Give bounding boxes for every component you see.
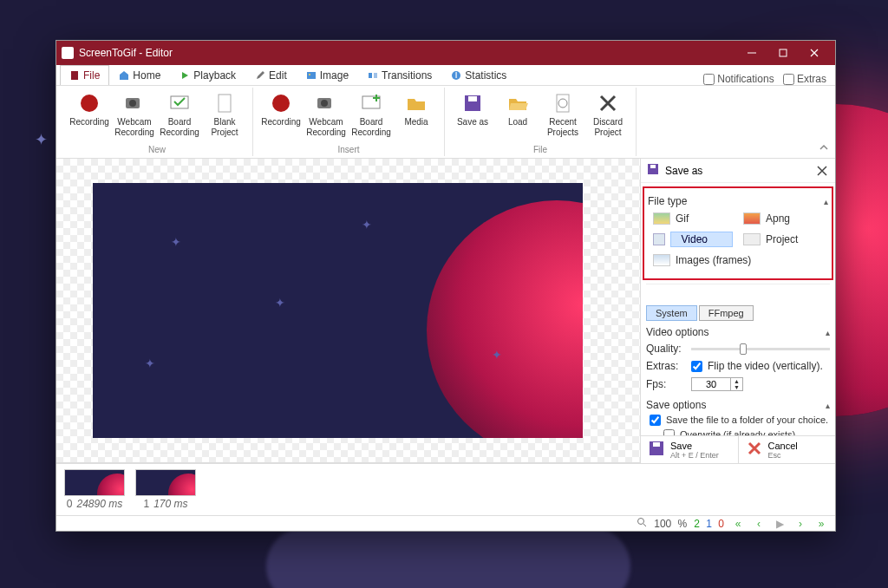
chevron-up-icon[interactable]: ▴ <box>824 197 828 206</box>
insert-media-button[interactable]: Media <box>394 88 439 140</box>
new-board-button[interactable]: Board Recording <box>157 88 202 140</box>
pencil-icon <box>255 70 265 81</box>
save-as-button[interactable]: Save as <box>450 88 495 140</box>
tab-image[interactable]: Image <box>297 65 358 85</box>
group-insert-label: Insert <box>337 145 359 156</box>
svg-rect-2 <box>307 72 316 79</box>
save-folder-label[interactable]: Save the file to a folder of your choice… <box>666 415 828 425</box>
images-thumb-icon <box>653 254 670 266</box>
file-icon <box>69 70 80 81</box>
extras-label: Extras: <box>646 360 686 372</box>
home-icon <box>119 70 129 81</box>
minimize-button[interactable] <box>736 41 767 65</box>
tab-playback[interactable]: Playback <box>170 65 245 85</box>
new-recording-button[interactable]: Recording <box>67 88 112 140</box>
flip-checkbox[interactable] <box>691 361 702 372</box>
record-icon <box>269 91 293 115</box>
notifications-toggle[interactable]: Notifications <box>703 73 774 85</box>
transitions-icon <box>368 70 378 81</box>
new-webcam-button[interactable]: Webcam Recording <box>112 88 157 140</box>
fps-up[interactable]: ▲ <box>731 378 742 384</box>
quality-slider[interactable] <box>691 348 830 350</box>
group-new-label: New <box>148 145 166 156</box>
svg-rect-1 <box>71 71 78 80</box>
blank-icon <box>212 91 237 115</box>
file-type-gif[interactable]: Gif <box>648 209 738 228</box>
frame-thumb[interactable]: 0 24890 ms <box>62 469 127 510</box>
fps-down[interactable]: ▼ <box>731 384 742 390</box>
close-button[interactable] <box>799 41 830 65</box>
frame-thumbnails: 0 24890 ms 1 170 ms <box>56 463 835 515</box>
insert-webcam-button[interactable]: Webcam Recording <box>304 88 349 140</box>
maximize-button[interactable] <box>767 41 799 65</box>
folder-icon <box>404 91 428 115</box>
project-thumb-icon <box>743 233 761 245</box>
file-type-label: File type <box>648 195 687 207</box>
insert-recording-button[interactable]: Recording <box>258 88 304 140</box>
ribbon-tabs: File Home Playback Edit Image Transition… <box>56 65 835 86</box>
ribbon-body: Recording Webcam Recording Board Recordi… <box>56 86 835 159</box>
chevron-up-icon[interactable]: ▴ <box>826 328 830 337</box>
fps-input[interactable] <box>692 378 730 390</box>
discard-project-button[interactable]: Discard Project <box>585 88 630 140</box>
frame-counts: 2 1 0 <box>694 518 724 530</box>
file-type-video[interactable]: Video <box>648 228 738 251</box>
panel-cancel-button[interactable]: CancelEsc <box>739 436 836 463</box>
record-icon <box>77 91 101 115</box>
load-button[interactable]: Load <box>495 88 540 140</box>
file-type-images[interactable]: Images (frames) <box>648 251 828 270</box>
cancel-icon <box>746 440 763 460</box>
panel-title: Save as <box>665 165 702 177</box>
nav-prev-button[interactable]: ‹ <box>752 518 766 530</box>
tab-file[interactable]: File <box>60 65 109 85</box>
tab-transitions[interactable]: Transitions <box>358 65 441 85</box>
play-icon <box>180 70 190 81</box>
recent-icon <box>551 91 575 115</box>
svg-point-10 <box>129 100 136 107</box>
tab-edit[interactable]: Edit <box>245 65 297 85</box>
nav-last-button[interactable]: » <box>814 518 828 530</box>
frame-thumb[interactable]: 1 170 ms <box>133 469 199 510</box>
svg-point-8 <box>81 95 98 112</box>
canvas-preview: ✦ ✦ ✦ ✦ ✦ <box>93 183 583 438</box>
save-folder-checkbox[interactable] <box>650 415 661 426</box>
save-as-panel: Save as File type▴ Gif Apng Video Projec… <box>640 159 835 463</box>
chevron-up-icon[interactable]: ▴ <box>826 401 830 410</box>
svg-rect-22 <box>650 165 656 168</box>
extras-toggle[interactable]: Extras <box>783 73 826 85</box>
recent-projects-button[interactable]: Recent Projects <box>540 88 585 140</box>
encoder-tab-ffmpeg[interactable]: FFmpeg <box>699 305 754 321</box>
svg-rect-4 <box>369 73 372 78</box>
group-file-label: File <box>533 145 547 156</box>
tab-home[interactable]: Home <box>109 65 170 85</box>
flip-label[interactable]: Flip the video (vertically). <box>708 360 823 372</box>
svg-rect-24 <box>653 442 660 447</box>
gif-thumb-icon <box>653 212 670 225</box>
panel-close-button[interactable] <box>814 163 830 179</box>
nav-play-button[interactable]: ▶ <box>773 518 787 530</box>
insert-board-button[interactable]: Board Recording <box>349 88 394 140</box>
save-icon <box>646 162 660 179</box>
overwrite-checkbox[interactable] <box>663 429 675 435</box>
svg-text:i: i <box>455 70 458 81</box>
fps-stepper[interactable]: ▲▼ <box>691 377 743 391</box>
nav-next-button[interactable]: › <box>793 518 807 530</box>
save-icon <box>648 440 665 460</box>
board-icon <box>359 91 383 115</box>
panel-save-button[interactable]: SaveAlt + E / Enter <box>641 436 739 463</box>
file-type-apng[interactable]: Apng <box>738 209 828 228</box>
tab-statistics[interactable]: iStatistics <box>441 65 516 85</box>
save-icon <box>460 91 485 115</box>
fps-label: Fps: <box>646 378 686 390</box>
file-type-project[interactable]: Project <box>738 228 828 251</box>
overwrite-label[interactable]: Overwrite (if already exists). <box>680 429 798 435</box>
svg-point-13 <box>272 95 290 112</box>
encoder-tab-system[interactable]: System <box>646 305 697 321</box>
ribbon-collapse-button[interactable] <box>818 141 830 156</box>
blank-project-button[interactable]: Blank Project <box>202 88 247 140</box>
svg-point-25 <box>638 519 644 525</box>
folder-open-icon <box>506 91 530 115</box>
info-icon: i <box>451 70 461 81</box>
nav-first-button[interactable]: « <box>731 518 745 530</box>
zoom-icon[interactable] <box>637 517 647 530</box>
